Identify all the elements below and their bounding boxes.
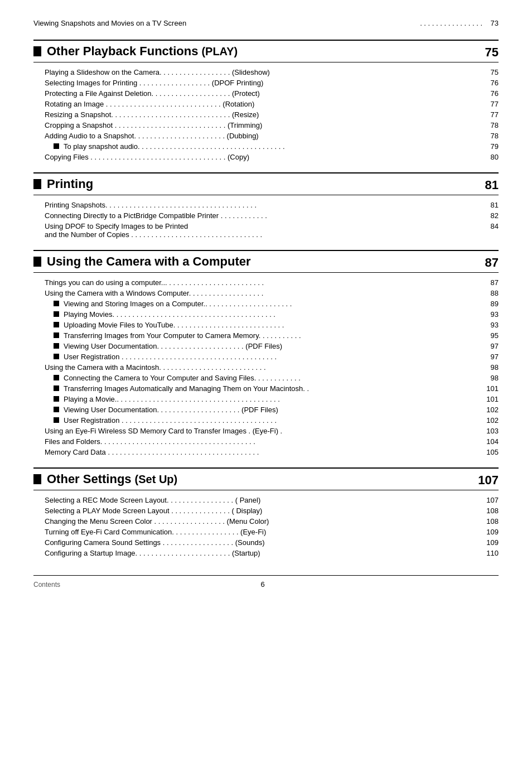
section-page-computer: 87 [485,255,499,270]
toc-entry-settings-1: Selecting a PLAY Mode Screen Layout . . … [33,505,499,516]
toc-entry-settings-4: Configuring Camera Sound Settings . . . … [33,537,499,548]
bullet-icon [54,354,59,359]
toc-entry-label-computer-16: Memory Card Data . . . . . . . . . . . .… [45,448,481,456]
toc-entry-computer-6: Viewing User Documentation. . . . . . . … [33,341,499,351]
toc-entry-label-settings-0: Selecting a REC Mode Screen Layout. . . … [45,496,481,504]
toc-entry-page-computer-15: 104 [481,437,499,446]
toc-entry-page-settings-1: 108 [481,507,499,515]
toc-entry-computer-9: Connecting the Camera to Your Computer a… [33,373,499,383]
toc-entry-page-playback-3: 77 [481,100,499,108]
toc-entry-page-settings-0: 107 [481,496,499,504]
section-title-text-printing: Printing [47,177,93,191]
toc-entry-playback-2: Protecting a File Against Deletion. . . … [33,88,499,99]
section-page-settings: 107 [478,473,499,488]
bullet-icon [54,311,59,317]
toc-entry-label-playback-1: Selecting Images for Printing . . . . . … [45,79,481,87]
toc-entry-computer-0: Things you can do using a computer... . … [33,277,499,288]
toc-entry-playback-1: Selecting Images for Printing . . . . . … [33,78,499,88]
toc-entry-label-computer-12: Viewing User Documentation. . . . . . . … [54,406,481,414]
footer: Contents 6 [33,575,499,589]
toc-entry-page-computer-16: 105 [481,448,499,456]
bullet-icon [54,301,59,306]
bullet-icon [54,332,59,338]
toc-entry-page-computer-1: 88 [481,289,499,297]
toc-entry-computer-2: Viewing and Storing Images on a Computer… [33,298,499,309]
section-title-printing: Printing [33,177,93,191]
toc-entry-computer-13: User Registration . . . . . . . . . . . … [33,415,499,426]
toc-label-text-computer-11: Playing a Movie.. . . . . . . . . . . . … [64,395,280,403]
toc-entry-label-playback-2: Protecting a File Against Deletion. . . … [45,89,481,98]
section-header-playback: Other Playback Functions (PLAY)75 [33,40,499,62]
toc-entry-playback-3: Rotating an Image . . . . . . . . . . . … [33,99,499,109]
toc-entry-label-computer-1: Using the Camera with a Windows Computer… [45,289,481,297]
toc-entry-computer-7: User Registration . . . . . . . . . . . … [33,351,499,362]
toc-entry-page-computer-13: 102 [481,416,499,425]
toc-entry-printing-1: Connecting Directly to a PictBridge Comp… [33,210,499,221]
toc-entry-page-printing-2: 84 [481,222,499,239]
toc-label-text-computer-6: Viewing User Documentation. . . . . . . … [64,342,282,350]
toc-entry-page-computer-11: 101 [481,395,499,403]
toc-entry-page-playback-5: 78 [481,121,499,129]
toc-entry-label-printing-1: Connecting Directly to a PictBridge Comp… [45,211,481,220]
bullet-icon [54,407,59,412]
toc-entry-label-computer-2: Viewing and Storing Images on a Computer… [54,300,481,308]
toc-entry-label-computer-14: Using an Eye-Fi Wireless SD Memory Card … [45,427,481,435]
toc-entry-printing-0: Printing Snapshots. . . . . . . . . . . … [33,200,499,210]
toc-entry-computer-14: Using an Eye-Fi Wireless SD Memory Card … [33,426,499,436]
toc-entry-page-settings-2: 108 [481,517,499,525]
toc-entry-page-computer-12: 102 [481,406,499,414]
section-header-computer: Using the Camera with a Computer87 [33,250,499,273]
toc-label-text-printing-1: Connecting Directly to a PictBridge Comp… [45,211,267,220]
toc-entry-page-computer-6: 97 [481,342,499,350]
section-icon-settings [33,474,41,484]
toc-entry-page-playback-8: 80 [481,153,499,161]
toc-label-text-playback-8: Copying Files . . . . . . . . . . . . . … [45,153,249,161]
toc-label-text-computer-4: Uploading Movie Files to YouTube. . . . … [64,321,284,329]
toc-label-text-playback-2: Protecting a File Against Deletion. . . … [45,89,260,98]
toc-entry-settings-2: Changing the Menu Screen Color . . . . .… [33,516,499,527]
section-title-playback: Other Playback Functions (PLAY) [33,44,238,59]
section-title-computer: Using the Camera with a Computer [33,254,251,269]
toc-label-text-settings-3: Turning off Eye-Fi Card Communication. .… [45,528,266,536]
toc-entry-page-computer-8: 98 [481,363,499,372]
footer-label: Contents [33,581,60,589]
toc-entry-computer-16: Memory Card Data . . . . . . . . . . . .… [33,447,499,457]
toc-label-text-playback-6: Adding Audio to a Snapshot. . . . . . . … [45,132,259,140]
toc-entry-page-computer-3: 93 [481,310,499,319]
toc-entry-label-printing-0: Printing Snapshots. . . . . . . . . . . … [45,201,481,209]
toc-entry-settings-3: Turning off Eye-Fi Card Communication. .… [33,527,499,537]
toc-entry-playback-7: To play snapshot audio. . . . . . . . . … [33,141,499,152]
toc-label-text-computer-13: User Registration . . . . . . . . . . . … [64,416,277,425]
top-entry-label: Viewing Snapshots and Movies on a TV Scr… [33,19,186,27]
toc-label-text-computer-1: Using the Camera with a Windows Computer… [45,289,263,297]
toc-entry-page-computer-4: 93 [481,321,499,329]
toc-entry-settings-5: Configuring a Startup Image. . . . . . .… [33,548,499,558]
toc-entry-label-computer-7: User Registration . . . . . . . . . . . … [54,353,481,361]
toc-entry-label-computer-6: Viewing User Documentation. . . . . . . … [54,342,481,350]
section-sub-settings: (Set Up) [135,473,178,486]
toc-entry-page-computer-9: 98 [481,374,499,382]
toc-entry-page-computer-0: 87 [481,278,499,287]
toc-entry-computer-3: Playing Movies. . . . . . . . . . . . . … [33,309,499,320]
toc-entry-page-playback-0: 75 [481,68,499,76]
toc-entry-label-computer-0: Things you can do using a computer... . … [45,278,481,287]
toc-entry-page-playback-1: 76 [481,79,499,87]
toc-entry-page-settings-5: 110 [481,549,499,557]
toc-label-text-computer-8: Using the Camera with a Macintosh. . . .… [45,363,266,372]
toc-entry-label-computer-11: Playing a Movie.. . . . . . . . . . . . … [54,395,481,403]
toc-label-text-computer-16: Memory Card Data . . . . . . . . . . . .… [45,448,259,456]
toc-entry-page-computer-10: 101 [481,384,499,393]
toc-label-text-computer-9: Connecting the Camera to Your Computer a… [64,374,301,382]
toc-entry-label-playback-7: To play snapshot audio. . . . . . . . . … [54,142,481,151]
section-header-settings: Other Settings (Set Up)107 [33,467,499,490]
toc-label-text-playback-3: Rotating an Image . . . . . . . . . . . … [45,100,254,108]
toc-entry-label-computer-15: Files and Folders. . . . . . . . . . . .… [45,437,481,446]
toc-entry-label-settings-4: Configuring Camera Sound Settings . . . … [45,538,481,547]
toc-entry-label-computer-9: Connecting the Camera to Your Computer a… [54,374,481,382]
section-header-printing: Printing81 [33,172,499,195]
section-title-text-playback: Other Playback Functions [47,44,198,59]
toc-entry-label-settings-3: Turning off Eye-Fi Card Communication. .… [45,528,481,536]
toc-entry-page-playback-2: 76 [481,89,499,98]
toc-entry-label-settings-2: Changing the Menu Screen Color . . . . .… [45,517,481,525]
toc-entry-page-settings-3: 109 [481,528,499,536]
